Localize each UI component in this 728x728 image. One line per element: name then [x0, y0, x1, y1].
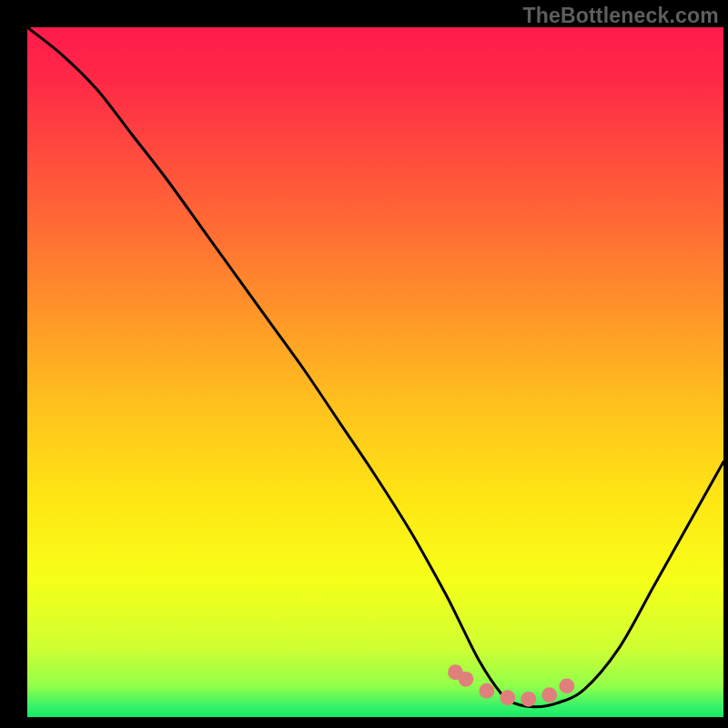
optimal-dot	[559, 678, 574, 693]
optimal-dot	[521, 692, 536, 707]
chart-container: { "watermark": "TheBottleneck.com", "cha…	[0, 0, 728, 728]
optimal-dot	[479, 683, 494, 699]
watermark-text: TheBottleneck.com	[522, 4, 719, 28]
gradient-background	[27, 27, 723, 717]
optimal-dot	[459, 672, 474, 687]
bottleneck-chart	[0, 0, 728, 728]
optimal-dot	[541, 687, 557, 703]
optimal-dot	[500, 690, 515, 705]
